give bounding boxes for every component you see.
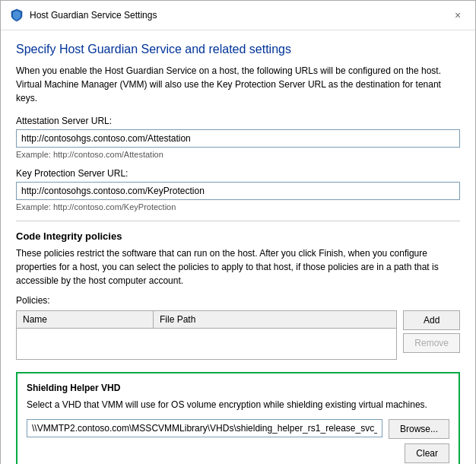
policies-table: Name File Path — [16, 310, 397, 360]
policies-table-area: Name File Path — [16, 310, 397, 363]
dialog-content: Specify Host Guardian Service and relate… — [1, 30, 475, 464]
shield-icon — [10, 8, 24, 22]
shielding-section: Shielding Helper VHD Select a VHD that V… — [16, 372, 460, 464]
dialog-window: Host Guardian Service Settings × Specify… — [0, 0, 476, 464]
table-buttons: Add Remove — [403, 310, 460, 353]
page-title: Specify Host Guardian Service and relate… — [16, 43, 460, 56]
divider-1 — [16, 221, 460, 221]
clear-button[interactable]: Clear — [405, 443, 449, 463]
title-bar: Host Guardian Service Settings × — [1, 1, 475, 30]
policies-row: Name File Path Add Remove — [16, 310, 460, 363]
table-header: Name File Path — [17, 311, 396, 329]
code-integrity-description: These policies restrict the software tha… — [16, 246, 460, 288]
attestation-example: Example: http://contoso.com/Attestation — [16, 150, 460, 159]
vhd-path-input[interactable] — [27, 419, 382, 437]
policies-label: Policies: — [16, 295, 460, 306]
code-integrity-title: Code Integrity policies — [16, 230, 460, 242]
shielding-controls: Browse... Clear — [27, 419, 449, 463]
browse-button[interactable]: Browse... — [389, 419, 449, 439]
remove-button[interactable]: Remove — [403, 333, 460, 353]
table-body — [17, 329, 396, 359]
table-name-header: Name — [17, 311, 154, 328]
attestation-input[interactable] — [16, 129, 460, 148]
title-bar-text: Host Guardian Service Settings — [30, 10, 157, 21]
attestation-label: Attestation Server URL: — [16, 116, 460, 126]
title-bar-left: Host Guardian Service Settings — [10, 8, 157, 22]
table-filepath-header: File Path — [154, 311, 396, 328]
page-description: When you enable the Host Guardian Servic… — [16, 64, 460, 105]
add-button[interactable]: Add — [403, 310, 460, 330]
shielding-action-buttons: Browse... Clear — [389, 419, 449, 463]
shielding-description: Select a VHD that VMM will use for OS vo… — [27, 398, 449, 412]
key-protection-input[interactable] — [16, 182, 460, 200]
key-protection-example: Example: http://contoso.com/KeyProtectio… — [16, 202, 460, 211]
close-button[interactable]: × — [449, 7, 466, 24]
key-protection-label: Key Protection Server URL: — [16, 168, 460, 179]
shielding-title: Shielding Helper VHD — [27, 383, 449, 393]
